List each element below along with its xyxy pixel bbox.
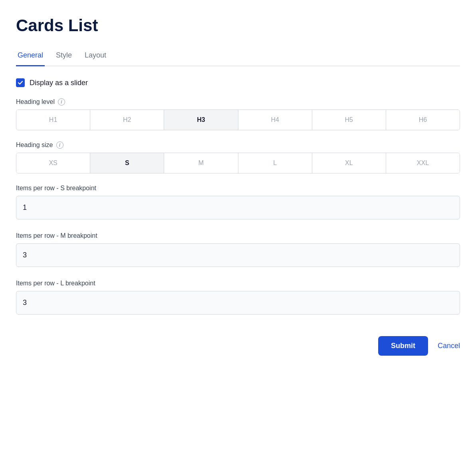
page-title: Cards List xyxy=(16,16,460,35)
heading-level-h3[interactable]: H3 xyxy=(164,110,238,130)
heading-level-h4[interactable]: H4 xyxy=(238,110,312,130)
items-per-row-s-input[interactable] xyxy=(16,196,460,219)
heading-level-label: Heading level i xyxy=(16,98,460,106)
display-as-slider-checkbox[interactable] xyxy=(16,78,25,87)
tab-general[interactable]: General xyxy=(16,47,45,66)
submit-button[interactable]: Submit xyxy=(378,336,428,356)
tab-layout[interactable]: Layout xyxy=(83,47,108,66)
items-per-row-l-label: Items per row - L breakpoint xyxy=(16,280,460,287)
heading-size-m[interactable]: M xyxy=(164,153,238,173)
items-per-row-s-group: Items per row - S breakpoint xyxy=(16,185,460,229)
heading-size-xl[interactable]: XL xyxy=(312,153,386,173)
heading-level-h2[interactable]: H2 xyxy=(90,110,164,130)
heading-size-group: Heading size i XS S M L XL XXL xyxy=(16,141,460,173)
items-per-row-m-label: Items per row - M breakpoint xyxy=(16,232,460,239)
heading-level-h5[interactable]: H5 xyxy=(312,110,386,130)
heading-size-xxl[interactable]: XXL xyxy=(386,153,460,173)
heading-level-info-icon[interactable]: i xyxy=(58,98,65,106)
form-actions: Submit Cancel xyxy=(16,336,460,356)
items-per-row-m-group: Items per row - M breakpoint xyxy=(16,232,460,277)
heading-size-label: Heading size i xyxy=(16,141,460,149)
heading-size-xs[interactable]: XS xyxy=(16,153,90,173)
heading-size-s[interactable]: S xyxy=(90,153,164,173)
cancel-button[interactable]: Cancel xyxy=(438,342,460,350)
heading-level-button-group: H1 H2 H3 H4 H5 H6 xyxy=(16,110,460,130)
items-per-row-m-input[interactable] xyxy=(16,243,460,267)
heading-level-group: Heading level i H1 H2 H3 H4 H5 H6 xyxy=(16,98,460,130)
heading-size-l[interactable]: L xyxy=(238,153,312,173)
heading-size-info-icon[interactable]: i xyxy=(56,141,63,149)
heading-level-h6[interactable]: H6 xyxy=(386,110,460,130)
heading-size-button-group: XS S M L XL XXL xyxy=(16,153,460,173)
items-per-row-l-input[interactable] xyxy=(16,291,460,315)
items-per-row-s-label: Items per row - S breakpoint xyxy=(16,185,460,192)
heading-level-h1[interactable]: H1 xyxy=(16,110,90,130)
tabs-bar: General Style Layout xyxy=(16,47,460,66)
check-icon xyxy=(18,80,23,86)
tab-style[interactable]: Style xyxy=(54,47,73,66)
display-as-slider-row: Display as a slider xyxy=(16,78,460,87)
display-as-slider-label: Display as a slider xyxy=(30,79,88,87)
items-per-row-l-group: Items per row - L breakpoint xyxy=(16,280,460,324)
